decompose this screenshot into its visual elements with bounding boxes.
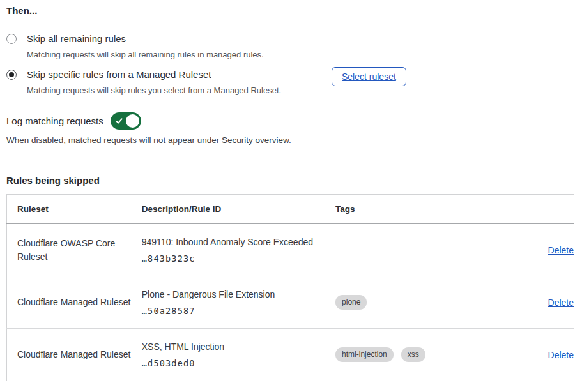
table-header-row: Ruleset Description/Rule ID Tags [7,195,574,224]
description-cell: XSS, HTML Injection …d503ded0 [142,329,335,381]
option-skip-all-rules: Skip all remaining rules Matching reques… [6,33,574,60]
option-skip-all-description: Matching requests will skip all remainin… [27,49,264,60]
option-skip-all-text: Skip all remaining rules Matching reques… [27,33,264,60]
actions-cell: Delete [508,224,574,276]
tag-badge: xss [401,347,425,362]
actions-cell: Delete [508,276,574,329]
tag-badge: plone [335,295,367,310]
option-skip-specific-text: Skip specific rules from a Managed Rules… [27,68,281,96]
actions-cell: Delete [508,329,574,381]
column-header-tags: Tags [335,195,508,224]
log-toggle-help-text: When disabled, matched requests will not… [6,135,574,146]
option-skip-specific-description: Matching requests will skip rules you se… [27,85,281,96]
option-skip-specific-rules: Skip specific rules from a Managed Rules… [6,68,574,96]
ruleset-name: Cloudflare Managed Ruleset [7,276,142,329]
column-header-description: Description/Rule ID [142,195,335,224]
toggle-knob [126,114,139,128]
option-skip-specific-label[interactable]: Skip specific rules from a Managed Rules… [27,68,281,81]
rule-id: …d503ded0 [142,358,335,368]
log-matching-requests-toggle[interactable] [111,112,141,130]
table-row: Cloudflare Managed Ruleset XSS, HTML Inj… [7,329,574,381]
ruleset-name: Cloudflare Managed Ruleset [7,329,142,381]
radio-skip-specific-rules[interactable] [6,70,17,80]
rules-being-skipped-heading: Rules being skipped [6,174,574,187]
tags-cell: html-injection xss [335,329,508,381]
table-row: Cloudflare Managed Ruleset Plone - Dange… [7,276,574,329]
log-matching-requests-label: Log matching requests [6,116,103,126]
ruleset-name: Cloudflare OWASP Core Ruleset [7,224,142,276]
rule-description: 949110: Inbound Anomaly Score Exceeded [142,236,335,248]
log-matching-requests-row: Log matching requests [6,112,574,130]
rules-being-skipped-table: Ruleset Description/Rule ID Tags Cloudfl… [6,194,574,381]
tags-cell: plone [335,276,508,329]
column-header-ruleset: Ruleset [7,195,142,224]
select-ruleset-button[interactable]: Select ruleset [332,67,406,86]
description-cell: 949110: Inbound Anomaly Score Exceeded …… [142,224,335,276]
rule-id: …50a28587 [142,306,335,316]
then-heading: Then... [6,4,574,17]
column-header-actions [508,195,574,224]
then-action-panel: Then... Skip all remaining rules Matchin… [0,0,582,381]
option-skip-all-label[interactable]: Skip all remaining rules [27,33,264,45]
delete-link[interactable]: Delete [548,298,574,308]
check-icon [116,117,123,124]
rule-id: …843b323c [142,253,335,264]
tag-badge: html-injection [335,347,394,362]
tags-cell [335,224,508,276]
table-row: Cloudflare OWASP Core Ruleset 949110: In… [7,224,574,276]
radio-skip-all-rules[interactable] [6,34,17,44]
rule-description: Plone - Dangerous File Extension [142,289,335,300]
description-cell: Plone - Dangerous File Extension …50a285… [142,276,335,329]
rule-description: XSS, HTML Injection [142,341,335,352]
delete-link[interactable]: Delete [548,245,574,255]
delete-link[interactable]: Delete [548,350,574,360]
